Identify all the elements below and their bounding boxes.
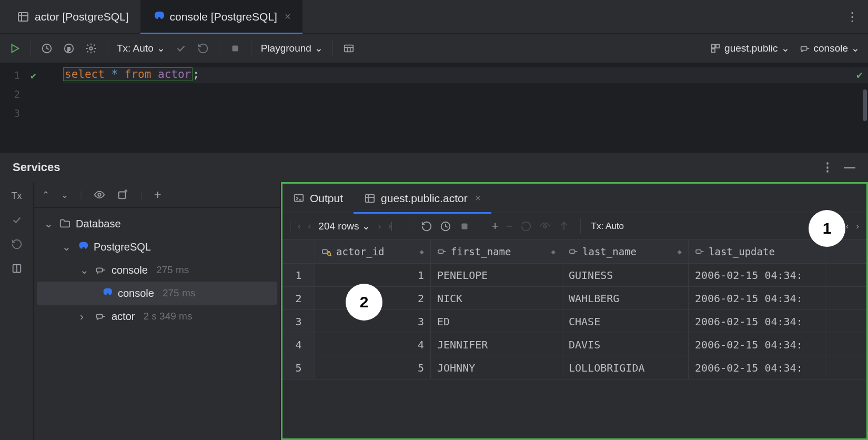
next-page-icon[interactable]: › xyxy=(378,221,381,232)
chevron-right-icon: › xyxy=(80,311,89,323)
cell-last-update[interactable]: 2006-02-15 04:34: xyxy=(689,310,825,333)
cell-last-name[interactable]: WAHLBERG xyxy=(562,287,689,309)
add-icon[interactable]: + xyxy=(154,187,162,202)
cell-last-name[interactable]: GUINESS xyxy=(562,264,689,286)
expand-up-icon[interactable]: ⌃ xyxy=(42,189,49,201)
run-button[interactable] xyxy=(5,39,24,58)
line-number: 3 xyxy=(9,107,20,119)
view-icon[interactable] xyxy=(94,189,105,201)
submit-icon[interactable] xyxy=(558,221,570,232)
tx-mode-dropdown[interactable]: Tx: Auto ⌄ xyxy=(114,42,168,54)
chevron-down-icon: ⌄ xyxy=(781,42,790,54)
cell-first-name[interactable]: JENNIFER xyxy=(431,333,562,356)
tree-node-database[interactable]: ⌄ Database xyxy=(34,212,280,235)
col-first-name[interactable]: first_name ◆ xyxy=(431,239,562,263)
sort-icon: ◆ xyxy=(678,247,682,256)
tree-node-console[interactable]: ⌄ console 275 ms xyxy=(34,258,280,282)
more-menu-icon[interactable]: ⋮ xyxy=(842,5,863,28)
history-icon[interactable] xyxy=(440,221,451,232)
tab-console[interactable]: console [PostgreSQL] × xyxy=(140,0,302,34)
postgresql-icon xyxy=(101,287,113,299)
collapse-down-icon[interactable]: ⌄ xyxy=(61,189,68,201)
rollback-icon[interactable] xyxy=(194,39,213,58)
cell-first-name[interactable]: ED xyxy=(431,310,562,333)
result-tab-active[interactable]: guest.public.actor × xyxy=(354,184,491,213)
svg-rect-25 xyxy=(97,268,103,272)
prev-page-icon[interactable]: ‹ xyxy=(308,221,311,232)
table-row[interactable]: 55JOHNNYLOLLOBRIGIDA2006-02-15 04:34: xyxy=(282,356,866,379)
tx-label: Tx: Auto xyxy=(117,43,154,54)
cell-last-name[interactable]: DAVIS xyxy=(562,333,689,356)
new-window-icon[interactable] xyxy=(117,189,128,201)
tab-actor[interactable]: actor [PostgreSQL] xyxy=(5,0,140,34)
col-last-update[interactable]: last_update xyxy=(689,239,825,263)
col-last-name[interactable]: last_name ◆ xyxy=(562,239,689,263)
history-icon[interactable] xyxy=(37,39,56,58)
postgresql-icon xyxy=(152,11,165,23)
settings-icon[interactable] xyxy=(82,39,100,58)
separator xyxy=(251,41,251,56)
stop-icon[interactable] xyxy=(226,39,245,58)
cell-last-update[interactable]: 2006-02-15 04:34: xyxy=(689,264,825,286)
cell-last-name[interactable]: CHASE xyxy=(562,310,689,333)
revert-icon[interactable] xyxy=(520,221,532,232)
sql-editor[interactable]: 1✔ 2 3 select * from actor; ✔ xyxy=(0,63,868,153)
cell-first-name[interactable]: PENELOPE xyxy=(431,264,562,286)
table-row[interactable]: 44JENNIFERDAVIS2006-02-15 04:34: xyxy=(282,333,866,356)
tab-label: guest.public.actor xyxy=(381,192,468,205)
tree-node-console-active[interactable]: console 275 ms xyxy=(37,282,277,305)
tx-label[interactable]: Tx: Auto xyxy=(591,221,624,232)
cell-last-name[interactable]: LOLLOBRIGIDA xyxy=(562,356,689,379)
svg-point-27 xyxy=(97,272,99,274)
schema-selector[interactable]: guest.public ⌄ xyxy=(706,42,792,54)
result-tab-output[interactable]: Output xyxy=(282,184,354,213)
commit-icon[interactable] xyxy=(171,39,190,58)
svg-point-21 xyxy=(98,193,102,196)
code-area[interactable]: select * from actor; xyxy=(63,63,868,153)
commit-rail-icon[interactable] xyxy=(11,214,23,226)
layout-rail-icon[interactable] xyxy=(11,263,23,274)
chevron-down-icon: ⌄ xyxy=(362,220,370,232)
table-row[interactable]: 11PENELOPEGUINESS2006-02-15 04:34: xyxy=(282,264,866,287)
cell-actor-id[interactable]: 5 xyxy=(315,356,431,379)
col-label: last_name xyxy=(582,246,637,257)
first-page-icon[interactable]: ⎸‹ xyxy=(290,221,301,232)
cell-actor-id[interactable]: 4 xyxy=(315,333,431,356)
next-icon[interactable]: › xyxy=(856,221,859,232)
scrollbar[interactable] xyxy=(863,89,867,121)
more-icon[interactable]: ⋮ xyxy=(822,161,833,174)
playground-dropdown[interactable]: Playground ⌄ xyxy=(258,42,326,54)
tree-node-postgresql[interactable]: ⌄ PostgreSQL xyxy=(34,235,280,258)
column-icon xyxy=(437,247,448,256)
layout-icon[interactable] xyxy=(339,39,358,58)
reload-icon[interactable] xyxy=(421,221,432,232)
close-icon[interactable]: × xyxy=(285,11,291,23)
cell-last-update[interactable]: 2006-02-15 04:34: xyxy=(689,356,825,379)
tree: ⌄ Database ⌄ PostgreSQL ⌄ console 275 ms… xyxy=(34,208,280,332)
cell-first-name[interactable]: JOHNNY xyxy=(431,356,562,379)
cell-actor-id[interactable]: 1 xyxy=(315,264,431,286)
col-actor-id[interactable]: actor_id ◆ xyxy=(315,239,431,263)
last-page-icon[interactable]: ›⎸ xyxy=(388,221,399,232)
connection-selector[interactable]: console ⌄ xyxy=(796,42,863,54)
prev-icon[interactable]: ‹ xyxy=(846,221,849,232)
plan-icon[interactable]: p xyxy=(59,39,78,58)
row-count-dropdown[interactable]: 204 rows ⌄ xyxy=(318,220,370,232)
node-label: PostgreSQL xyxy=(94,241,151,253)
tree-node-actor[interactable]: › actor 2 s 349 ms xyxy=(34,305,280,328)
sql-statement: select * from actor xyxy=(63,67,193,81)
cell-last-update[interactable]: 2006-02-15 04:34: xyxy=(689,287,825,309)
preview-icon[interactable] xyxy=(539,221,551,232)
close-icon[interactable]: × xyxy=(475,192,481,204)
remove-row-icon[interactable]: − xyxy=(506,219,513,233)
stop-icon[interactable] xyxy=(459,221,470,232)
minimize-icon[interactable]: — xyxy=(844,161,855,174)
rollback-rail-icon[interactable] xyxy=(11,238,23,250)
cell-last-update[interactable]: 2006-02-15 04:34: xyxy=(689,333,825,356)
node-label: console xyxy=(118,287,154,299)
tx-icon[interactable]: Tx xyxy=(12,191,22,202)
callout-2: 2 xyxy=(346,284,382,321)
add-row-icon[interactable]: + xyxy=(492,219,499,233)
cell-first-name[interactable]: NICK xyxy=(431,287,562,309)
rownum-cell: 5 xyxy=(282,356,315,379)
